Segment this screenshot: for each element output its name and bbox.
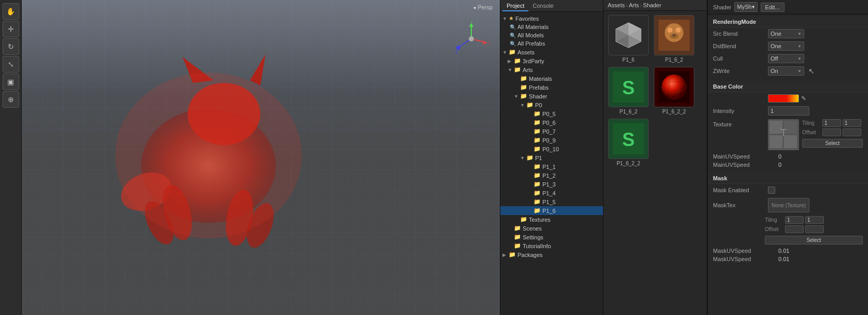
tree-item-p1_1[interactable]: 📁 P1_1	[500, 162, 603, 171]
intensity-input[interactable]	[768, 106, 809, 116]
breadcrumb-assets[interactable]: Assets	[608, 2, 625, 8]
tree-item-p1_2[interactable]: 📁 P1_2	[500, 171, 603, 180]
offset-y-input[interactable]	[843, 128, 861, 136]
tree-item-p1_4[interactable]: 📁 P1_4	[500, 189, 603, 197]
asset-name-p1_6: P1_6	[608, 57, 649, 63]
asset-name-p1_6_2_2_s: P1_6_2_2	[608, 161, 649, 166]
offset-x-input[interactable]	[822, 128, 841, 136]
tree-item-shader[interactable]: ▼ 📁 Shader	[500, 92, 603, 101]
tree-item-settings[interactable]: 📁 Settings	[500, 233, 603, 241]
tree-item-all-prefabs[interactable]: 🔍 All Prefabs	[500, 39, 603, 48]
maskuv-speed-row-1: MaskUVSpeed 0.01	[708, 247, 868, 255]
tiling-y-input[interactable]	[843, 119, 861, 127]
svg-marker-14	[483, 40, 487, 45]
tree-item-textures[interactable]: 📁 Textures	[500, 215, 603, 224]
mask-tiling-x[interactable]	[785, 216, 804, 224]
shader-select-dropdown[interactable]: MySh▾	[734, 2, 757, 12]
tree-item-favorites[interactable]: ▼ ★ Favorites	[500, 14, 603, 23]
tree-item-prefabs[interactable]: 📁 Prefabs	[500, 83, 603, 92]
tiling-x-input[interactable]	[822, 119, 841, 127]
scene-viewport[interactable]: ◂ Persp Y X Z	[22, 0, 500, 315]
svg-text:Z: Z	[455, 49, 458, 54]
base-color-swatch[interactable]	[768, 94, 799, 103]
svg-point-30	[676, 27, 681, 33]
mask-offset-x[interactable]	[785, 225, 804, 233]
tree-item-p1_5[interactable]: 📁 P1_5	[500, 197, 603, 206]
zwrite-dropdown[interactable]: On ▼	[768, 66, 804, 76]
dst-blend-row: DstBlend One ▼	[708, 40, 868, 52]
rotate-tool-button[interactable]: ↻	[3, 38, 19, 55]
tree-item-arts[interactable]: ▼ 📁 Arts	[500, 65, 603, 74]
asset-item-p1_6[interactable]: P1_6	[608, 15, 649, 63]
mask-enabled-checkbox[interactable]	[768, 187, 775, 194]
mask-select-button[interactable]: Select	[765, 236, 863, 245]
mask-tex-label: MaskTex	[713, 202, 765, 208]
gizmo-tool-button[interactable]: ⊕	[3, 91, 19, 108]
cull-dropdown[interactable]: Off ▼	[768, 54, 804, 63]
tiling-row-label: Tiling	[802, 120, 820, 126]
tree-item-p0_6[interactable]: 📁 P0_6	[500, 118, 603, 127]
base-color-row-value: ✎	[768, 94, 863, 103]
breadcrumb-shader[interactable]: Shader	[643, 2, 661, 8]
asset-thumb-p1_6_2_2	[654, 67, 694, 107]
svg-marker-3	[250, 54, 265, 85]
rendering-mode-title: RenderingMode	[708, 17, 868, 27]
breadcrumb-arts[interactable]: Arts	[629, 2, 639, 8]
src-blend-row: Src Blend One ▼	[708, 27, 868, 40]
scale-tool-button[interactable]: ⤡	[3, 56, 19, 73]
tree-item-packages[interactable]: ▶ 📁 Packages	[500, 250, 603, 259]
mainu-speed-row-2: MainUVSpeed 0	[708, 161, 868, 169]
tree-item-all-models[interactable]: 🔍 All Models	[500, 31, 603, 39]
mask-tiling-y[interactable]	[805, 216, 824, 224]
hand-tool-button[interactable]: ✋	[3, 3, 19, 20]
tree-item-p0[interactable]: ▼ 📁 P0	[500, 101, 603, 109]
tab-project[interactable]: Project	[502, 1, 528, 11]
inspector-shader-row: Shader MySh▾ Edit...	[708, 0, 868, 15]
svg-text:T: T	[780, 127, 787, 138]
asset-item-p1_6_2_2[interactable]: P1_6_2_2	[653, 67, 695, 114]
asset-item-p1_6_2_s[interactable]: S P1_6_2	[608, 67, 649, 114]
tree-item-tutorialinfo[interactable]: 📁 TutorialInfo	[500, 241, 603, 250]
texture-select-button[interactable]: Select	[802, 139, 863, 148]
dst-blend-dropdown[interactable]: One ▼	[768, 41, 804, 51]
tree-item-all-materials[interactable]: 🔍 All Materials	[500, 23, 603, 31]
svg-point-36	[662, 75, 687, 99]
edit-shader-button[interactable]: Edit...	[761, 3, 785, 12]
rect-tool-button[interactable]: ▣	[3, 74, 19, 90]
asset-item-p1_6_2[interactable]: P1_6_2	[653, 15, 695, 63]
tab-console[interactable]: Console	[528, 1, 557, 11]
svg-point-29	[667, 27, 673, 33]
tree-item-p1[interactable]: ▼ 📁 P1	[500, 153, 603, 162]
tree-item-p0_9[interactable]: 📁 P0_9	[500, 136, 603, 145]
src-blend-value: One ▼	[768, 29, 863, 38]
tree-item-p1_3[interactable]: 📁 P1_3	[500, 180, 603, 189]
svg-text:X: X	[488, 40, 489, 46]
texture-row: Texture T Tiling	[708, 117, 868, 152]
asset-breadcrumb: Assets › Arts › Shader	[604, 0, 707, 11]
move-tool-button[interactable]: ✛	[3, 21, 19, 37]
base-color-title: Base Color	[708, 81, 868, 92]
asset-item-p1_6_2_2_s[interactable]: S P1_6_2_2	[608, 119, 649, 166]
texture-preview[interactable]: T	[768, 119, 799, 150]
fox-model-svg	[63, 31, 354, 259]
mainu-speed-label-2: MainUVSpeed	[713, 162, 775, 168]
src-blend-dropdown[interactable]: One ▼	[768, 29, 804, 38]
tree-item-p0_5[interactable]: 📁 P0_5	[500, 109, 603, 118]
svg-marker-11	[469, 23, 473, 27]
zwrite-cursor-icon: ↖	[808, 67, 815, 75]
offset-inputs	[822, 128, 861, 136]
mask-tiling-label: Tiling	[765, 217, 783, 223]
tree-item-materials[interactable]: 📁 Materials	[500, 74, 603, 83]
tree-item-3rdparty[interactable]: ▶ 📁 3rdParty	[500, 56, 603, 65]
tree-item-assets[interactable]: ▼ 📁 Assets	[500, 48, 603, 56]
mask-tex-box[interactable]: None (Texture)	[768, 198, 809, 212]
asset-grid: P1_6 P1_6_2 S	[604, 11, 707, 315]
tree-item-p1_6[interactable]: 📁 P1_6	[500, 206, 603, 215]
tree-item-p0_7[interactable]: 📁 P0_7	[500, 127, 603, 136]
src-blend-label: Src Blend	[713, 31, 765, 37]
mask-offset-y[interactable]	[805, 225, 824, 233]
tree-item-p0_10[interactable]: 📁 P0_10	[500, 145, 603, 153]
mask-tiling-inputs	[785, 216, 824, 224]
color-picker-icon[interactable]: ✎	[801, 95, 808, 102]
tree-item-scenes[interactable]: 📁 Scenes	[500, 224, 603, 233]
